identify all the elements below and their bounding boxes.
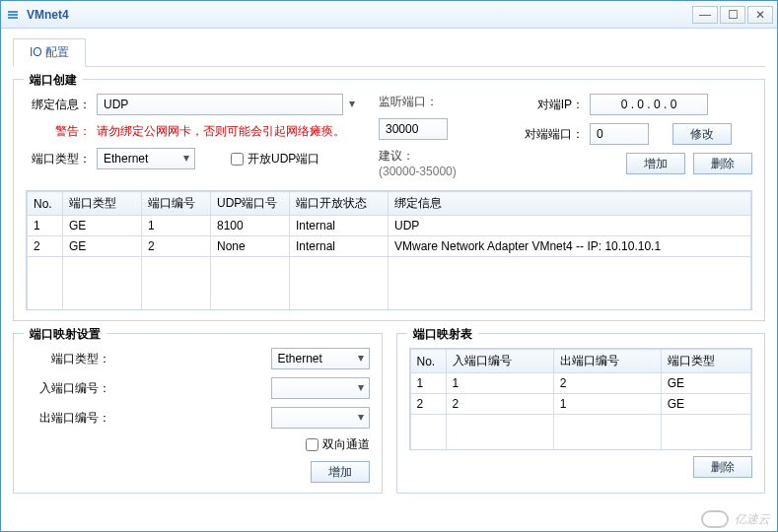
table-row[interactable]: 1GE18100InternalUDP bbox=[28, 216, 751, 236]
watermark: 亿速云 bbox=[701, 510, 770, 528]
minimize-button[interactable]: — bbox=[692, 6, 718, 24]
bind-info-select[interactable]: UDP bbox=[97, 94, 343, 115]
suggest-range: (30000-35000) bbox=[379, 165, 457, 178]
window: VMnet4 — ☐ ✕ IO 配置 端口创建 绑定信息： UDP bbox=[0, 0, 778, 532]
col-open[interactable]: 端口开放状态 bbox=[290, 192, 389, 216]
tab-bar: IO 配置 bbox=[13, 38, 765, 67]
map-type-label: 端口类型： bbox=[26, 351, 110, 367]
delete-port-button[interactable]: 删除 bbox=[693, 153, 752, 174]
mcol-no[interactable]: No. bbox=[410, 350, 446, 373]
map-table: No. 入端口编号 出端口编号 端口类型 112GE221GE bbox=[409, 348, 753, 450]
app-icon bbox=[5, 7, 21, 23]
col-num[interactable]: 端口编号 bbox=[142, 192, 211, 216]
suggest-label: 建议： bbox=[379, 148, 414, 165]
warning-text: 请勿绑定公网网卡，否则可能会引起网络瘫痪。 bbox=[97, 123, 345, 140]
table-row[interactable]: 2GE2NoneInternalVMware Network Adapter V… bbox=[28, 236, 751, 257]
maximize-button[interactable]: ☐ bbox=[720, 6, 745, 24]
bind-info-label: 绑定信息： bbox=[26, 97, 91, 113]
port-type-select[interactable]: Ethernet bbox=[97, 148, 195, 169]
add-map-button[interactable]: 增加 bbox=[311, 461, 370, 483]
group-title-map-settings: 端口映射设置 bbox=[24, 326, 106, 343]
mcol-in[interactable]: 入端口编号 bbox=[446, 350, 553, 373]
group-map-settings: 端口映射设置 端口类型： Ethernet 入端口编号： 出端口编号： 双向通道… bbox=[13, 333, 383, 494]
tab-io-config[interactable]: IO 配置 bbox=[13, 38, 86, 67]
group-title-port-create: 端口创建 bbox=[24, 72, 83, 89]
open-udp-label: 开放UDP端口 bbox=[248, 151, 319, 167]
peer-port-label: 对端端口： bbox=[525, 126, 584, 143]
add-port-button[interactable]: 增加 bbox=[626, 153, 685, 174]
group-map-table: 端口映射表 No. 入端口编号 出端口编号 端口类型 112GE221GE 删除 bbox=[396, 333, 766, 494]
out-port-label: 出端口编号： bbox=[26, 410, 110, 427]
mcol-out[interactable]: 出端口编号 bbox=[553, 350, 661, 373]
close-button[interactable]: ✕ bbox=[747, 6, 773, 24]
window-title: VMnet4 bbox=[27, 8, 69, 22]
peer-ip-label: 对端IP： bbox=[525, 97, 584, 113]
in-port-label: 入端口编号： bbox=[26, 380, 110, 397]
bidir-checkbox[interactable] bbox=[306, 438, 318, 451]
in-port-select[interactable] bbox=[271, 377, 370, 399]
table-row[interactable]: 112GE bbox=[410, 373, 751, 394]
peer-port-input[interactable] bbox=[590, 123, 649, 145]
mcol-type[interactable]: 端口类型 bbox=[661, 350, 750, 373]
open-udp-checkbox[interactable] bbox=[231, 153, 244, 166]
bidir-label: 双向通道 bbox=[322, 436, 370, 453]
table-row[interactable]: 221GE bbox=[410, 394, 751, 415]
port-type-label: 端口类型： bbox=[26, 151, 91, 167]
out-port-select[interactable] bbox=[271, 407, 370, 429]
modify-button[interactable]: 修改 bbox=[672, 123, 732, 145]
titlebar: VMnet4 — ☐ ✕ bbox=[1, 1, 777, 29]
col-bind[interactable]: 绑定信息 bbox=[389, 192, 751, 216]
peer-ip-input[interactable] bbox=[590, 94, 708, 115]
col-udp[interactable]: UDP端口号 bbox=[211, 192, 290, 216]
col-no[interactable]: No. bbox=[28, 192, 63, 216]
group-title-map-table: 端口映射表 bbox=[407, 326, 478, 343]
port-table: No. 端口类型 端口编号 UDP端口号 端口开放状态 绑定信息 1GE1810… bbox=[26, 190, 752, 310]
delete-map-button[interactable]: 删除 bbox=[693, 456, 752, 478]
cloud-icon bbox=[701, 510, 729, 528]
listen-port-input[interactable] bbox=[379, 118, 448, 140]
watermark-text: 亿速云 bbox=[735, 511, 770, 528]
map-type-select[interactable]: Ethernet bbox=[271, 348, 370, 369]
group-port-create: 端口创建 绑定信息： UDP 警告： 请勿绑定公网网卡，否则可能会引起网络瘫痪。 bbox=[13, 79, 765, 321]
listen-port-label: 监听端口： bbox=[379, 94, 438, 110]
warning-label: 警告： bbox=[26, 123, 91, 140]
col-type[interactable]: 端口类型 bbox=[63, 192, 142, 216]
